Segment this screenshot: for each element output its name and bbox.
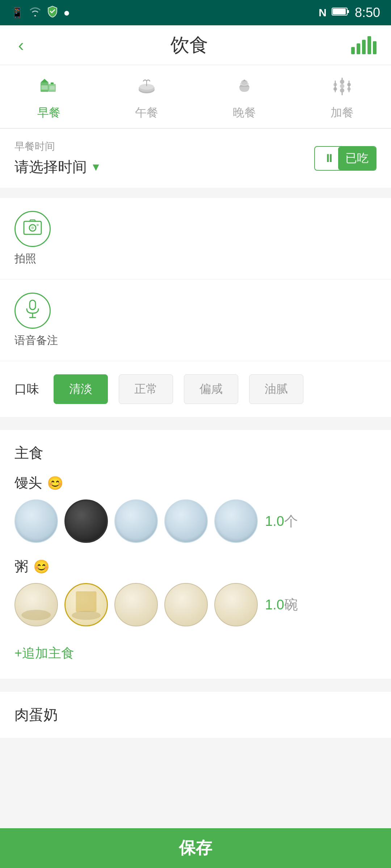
time-select[interactable]: 请选择时间 ▼ xyxy=(14,157,101,177)
svg-point-18 xyxy=(340,84,344,88)
sim-icon: 📱 xyxy=(11,7,24,19)
svg-rect-29 xyxy=(30,300,35,310)
bar2 xyxy=(357,43,360,54)
mantou-circle-2[interactable] xyxy=(64,499,108,543)
pause-icon: ⏸ xyxy=(324,152,335,165)
status-bar: 📱 ● N 8:50 xyxy=(0,0,391,25)
stats-chart-icon[interactable] xyxy=(351,36,377,54)
tab-breakfast-label: 早餐 xyxy=(37,105,60,121)
congee-quantity-row: 1.0碗 xyxy=(14,583,377,626)
page-title: 饮食 xyxy=(171,33,208,58)
battery-icon xyxy=(332,7,350,19)
svg-marker-4 xyxy=(41,79,49,82)
svg-rect-7 xyxy=(50,86,55,90)
tab-lunch[interactable]: 午餐 xyxy=(98,72,196,124)
bar4 xyxy=(367,36,371,54)
divider3 xyxy=(0,685,391,692)
congee-emoji: 😊 xyxy=(33,559,50,574)
tab-breakfast[interactable]: 早餐 xyxy=(0,72,98,124)
congee-circle-5[interactable] xyxy=(214,583,258,626)
taste-section: 口味 清淡 正常 偏咸 油腻 xyxy=(0,361,391,417)
eaten-button[interactable]: ⏸ 已吃 xyxy=(314,146,377,171)
mantou-unit: 个 xyxy=(284,514,298,529)
camera-icon xyxy=(23,219,42,239)
divider2 xyxy=(0,423,391,430)
main-food-section: 主食 馒头 😊 1.0个 粥 😊 xyxy=(0,430,391,679)
meat-egg-milk-title: 肉蛋奶 xyxy=(14,705,377,725)
status-right-icons: N 8:50 xyxy=(319,5,380,20)
mantou-quantity-row: 1.0个 xyxy=(14,499,377,543)
taste-btn-oily[interactable]: 油腻 xyxy=(249,374,303,404)
congee-circle-4[interactable] xyxy=(164,583,208,626)
tab-lunch-label: 午餐 xyxy=(135,105,158,121)
svg-point-27 xyxy=(31,226,34,229)
time-placeholder: 请选择时间 xyxy=(14,157,87,177)
tab-dinner-label: 晚餐 xyxy=(233,105,256,121)
mantou-name: 馒头 xyxy=(14,474,42,492)
chevron-down-icon: ▼ xyxy=(91,161,101,173)
congee-unit: 碗 xyxy=(284,597,298,612)
wifi-icon xyxy=(29,6,42,20)
mantou-item: 馒头 😊 1.0个 xyxy=(14,474,377,543)
divider1 xyxy=(0,193,391,198)
status-left-icons: 📱 ● xyxy=(11,5,70,20)
taste-btn-light[interactable]: 清淡 xyxy=(54,374,108,404)
mantou-emoji: 😊 xyxy=(47,476,63,491)
mantou-circle-1[interactable] xyxy=(14,499,58,543)
congee-item: 粥 😊 1.0碗 xyxy=(14,557,377,626)
tab-snack[interactable]: 加餐 xyxy=(293,72,391,124)
nfc-icon: N xyxy=(319,7,327,19)
taste-btn-salty[interactable]: 偏咸 xyxy=(184,374,238,404)
congee-quantity-num: 1.0 xyxy=(265,597,284,612)
mantou-circle-4[interactable] xyxy=(164,499,208,543)
shield-icon xyxy=(47,5,58,20)
congee-circle-2[interactable] xyxy=(64,583,108,626)
back-button[interactable]: ‹ xyxy=(14,31,28,59)
save-bar[interactable]: 保存 xyxy=(0,828,391,868)
time-label: 早餐时间 xyxy=(14,140,101,153)
eaten-label: 已吃 xyxy=(338,147,376,170)
tab-dinner[interactable]: 晚餐 xyxy=(196,72,293,124)
congee-circle-1[interactable] xyxy=(14,583,58,626)
save-button[interactable]: 保存 xyxy=(179,837,212,859)
breakfast-icon xyxy=(38,76,59,101)
congee-name: 粥 xyxy=(14,557,28,576)
taste-btn-normal[interactable]: 正常 xyxy=(119,374,173,404)
voice-button[interactable] xyxy=(14,293,51,329)
svg-rect-1 xyxy=(347,10,349,13)
app-icon: ● xyxy=(63,7,70,19)
main-food-title: 主食 xyxy=(14,443,377,463)
congee-quantity-text: 1.0碗 xyxy=(265,596,298,614)
svg-rect-5 xyxy=(41,85,48,90)
svg-rect-8 xyxy=(51,82,54,84)
mantou-circle-3[interactable] xyxy=(114,499,158,543)
congee-header: 粥 😊 xyxy=(14,557,377,576)
congee-circles xyxy=(14,583,258,626)
congee-circle-3[interactable] xyxy=(114,583,158,626)
voice-label: 语音备注 xyxy=(14,333,377,348)
meat-egg-milk-section: 肉蛋奶 xyxy=(0,692,391,738)
mantou-quantity-text: 1.0个 xyxy=(265,512,298,531)
svg-point-19 xyxy=(340,88,344,93)
voice-section: 语音备注 xyxy=(0,280,391,361)
add-main-food-button[interactable]: +追加主食 xyxy=(14,641,377,666)
bar1 xyxy=(351,47,355,54)
camera-button[interactable] xyxy=(14,211,51,247)
time-left: 早餐时间 请选择时间 ▼ xyxy=(14,140,101,177)
mantou-circle-5[interactable] xyxy=(214,499,258,543)
dinner-icon xyxy=(234,76,255,101)
svg-point-17 xyxy=(340,80,344,84)
meal-tabs: 早餐 午餐 晚餐 xyxy=(0,65,391,129)
microphone-icon xyxy=(25,299,41,322)
svg-rect-2 xyxy=(333,9,346,14)
snack-icon xyxy=(332,76,353,101)
bar5 xyxy=(373,41,377,54)
mantou-header: 馒头 😊 xyxy=(14,474,377,492)
camera-label: 拍照 xyxy=(14,251,377,266)
tab-snack-label: 加餐 xyxy=(331,105,354,121)
lunch-icon xyxy=(136,76,157,101)
status-time: 8:50 xyxy=(355,5,380,20)
header: ‹ 饮食 xyxy=(0,25,391,65)
time-section: 早餐时间 请选择时间 ▼ ⏸ 已吃 xyxy=(0,129,391,188)
mantou-quantity-num: 1.0 xyxy=(265,514,284,529)
